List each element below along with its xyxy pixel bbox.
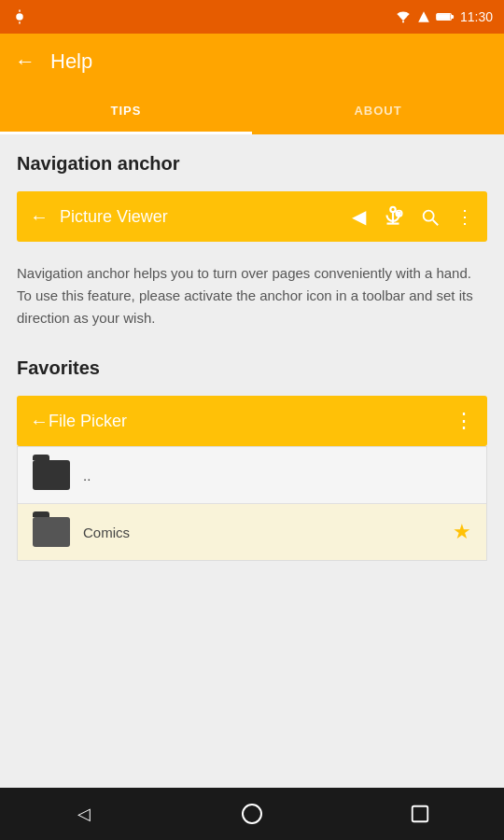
wifi-icon: [395, 10, 412, 23]
tabs-bar: TIPS ABOUT: [0, 90, 504, 134]
file-picker-title: File Picker: [49, 412, 454, 431]
app-bar-title: Help: [50, 49, 92, 74]
svg-marker-4: [418, 11, 429, 22]
status-icons: 11:30: [395, 9, 493, 24]
signal-icon: [417, 10, 430, 23]
svg-point-14: [424, 211, 434, 221]
folder-icon: [33, 460, 70, 490]
svg-rect-17: [413, 806, 428, 822]
status-bar: 11:30: [0, 0, 504, 34]
app-bar-back-button[interactable]: ←: [15, 49, 35, 74]
file-picker-back-icon: ←: [30, 411, 49, 432]
svg-point-3: [402, 21, 404, 22]
file-picker-demo-toolbar: ← File Picker ⋮: [17, 396, 487, 446]
svg-rect-7: [437, 14, 450, 20]
nav-back-button[interactable]: ◁: [56, 795, 112, 833]
folder-icon-comics: [33, 517, 70, 547]
tab-tips[interactable]: TIPS: [0, 90, 252, 134]
svg-point-16: [243, 805, 261, 823]
nav-anchor-description: Navigation anchor helps you to turn over…: [17, 262, 487, 329]
demo-more-icon: ⋮: [455, 205, 474, 228]
nav-anchor-title: Navigation anchor: [17, 153, 487, 175]
nav-recents-button[interactable]: [392, 795, 448, 833]
file-item-name-comics: Comics: [83, 525, 130, 540]
file-picker-more-icon: ⋮: [454, 409, 474, 433]
star-icon: ★: [453, 520, 471, 544]
content-area: Navigation anchor ← Picture Viewer ◀ ✕: [0, 134, 504, 788]
demo-search-icon: [420, 205, 441, 228]
file-item-comics[interactable]: Comics ★: [18, 504, 486, 560]
demo-toolbar-title: Picture Viewer: [60, 207, 337, 227]
file-list: .. Comics ★: [17, 446, 487, 561]
file-item-name: ..: [83, 468, 91, 483]
svg-point-8: [390, 207, 395, 212]
app-bar: ← Help: [0, 34, 504, 90]
svg-line-15: [433, 220, 439, 226]
battery-icon: [436, 11, 455, 22]
picture-viewer-demo-toolbar: ← Picture Viewer ◀ ✕ ⋮: [17, 191, 487, 242]
favorites-title: Favorites: [17, 357, 487, 379]
demo-anchor-icon: ✕: [381, 204, 405, 229]
tab-about[interactable]: ABOUT: [252, 90, 504, 134]
demo-play-icon: ◀: [352, 205, 366, 228]
notification-icon: [11, 8, 28, 26]
bottom-nav: ◁: [0, 788, 504, 840]
svg-text:✕: ✕: [397, 211, 400, 217]
demo-back-icon: ←: [30, 206, 49, 228]
svg-rect-6: [451, 16, 453, 19]
file-item-dotdot[interactable]: ..: [18, 447, 486, 504]
nav-home-button[interactable]: [224, 795, 280, 833]
svg-point-0: [16, 14, 23, 21]
status-time: 11:30: [460, 9, 493, 24]
